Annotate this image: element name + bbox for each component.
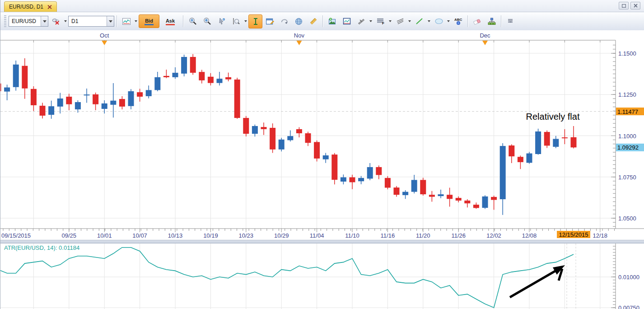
pitchfork-chevron-icon[interactable] xyxy=(369,15,373,28)
fibonacci-chevron-icon[interactable] xyxy=(388,15,392,28)
ellipse-chevron-icon[interactable] xyxy=(446,15,451,28)
candle-11/18 xyxy=(402,190,408,199)
pitchfork-button[interactable] xyxy=(354,14,368,28)
zoom-in-button[interactable] xyxy=(186,14,200,28)
candle-09/15 xyxy=(0,81,1,93)
main-price-chart[interactable]: OctNovDec09/15/201509/2510/0110/0710/131… xyxy=(0,30,644,240)
zoom-range-chevron-icon[interactable] xyxy=(243,15,248,28)
price-label: 1.0500 xyxy=(618,215,636,222)
zoom-range-button[interactable] xyxy=(229,14,243,28)
candle-09/17 xyxy=(13,61,19,91)
chart-window-icon xyxy=(343,18,351,25)
candle-12/07 xyxy=(518,155,523,169)
gann-fan-chevron-icon[interactable] xyxy=(407,15,412,28)
refresh-view-button[interactable] xyxy=(277,14,291,28)
chart-area: OctNovDec09/15/201509/2510/0110/0710/131… xyxy=(0,30,644,309)
candle-09/24 xyxy=(57,93,63,114)
unlink-button[interactable] xyxy=(49,14,63,28)
edit-window-button[interactable] xyxy=(263,14,277,28)
toolbar-separator xyxy=(467,15,468,27)
list-button[interactable] xyxy=(504,14,518,28)
candle-11/27 xyxy=(464,199,470,207)
candle-09/21 xyxy=(31,86,37,111)
fibonacci-button[interactable]: F xyxy=(373,14,387,28)
trendline-chevron-icon[interactable] xyxy=(427,15,431,28)
bid-label: Bid xyxy=(145,18,153,23)
gann-fan-button[interactable] xyxy=(393,14,407,28)
maximize-button[interactable] xyxy=(619,2,629,9)
candle-09/29 xyxy=(84,89,90,103)
pointer-button[interactable] xyxy=(215,14,229,28)
panel-splitter[interactable] xyxy=(0,240,644,243)
candle-10/27 xyxy=(261,122,267,135)
ellipse-button[interactable] xyxy=(432,14,446,28)
eraser-icon xyxy=(473,18,481,25)
text-tool-button[interactable]: ABC xyxy=(451,14,465,28)
atr-indicator-panel[interactable]: 0.010000.00750 xyxy=(0,243,644,309)
date-label: 11/16 xyxy=(381,232,395,239)
toolbar-separator xyxy=(117,15,117,27)
candle-11/24 xyxy=(438,190,444,198)
atr-axis-label: 0.00750 xyxy=(618,304,639,309)
tab-close-icon[interactable] xyxy=(47,5,52,9)
chevron-down-icon[interactable] xyxy=(107,16,114,26)
zoom-in-icon xyxy=(189,18,197,25)
ask-underline xyxy=(166,24,175,25)
candle-09/23 xyxy=(48,101,54,119)
chart-tab[interactable]: EUR/USD, D1 xyxy=(4,1,57,12)
candle-11/04 xyxy=(314,140,320,162)
chart-type-button[interactable] xyxy=(119,14,133,28)
flat-text-annotation[interactable]: Relatively flat xyxy=(526,112,580,122)
bid-button[interactable]: Bid xyxy=(139,14,159,28)
candle-10/14 xyxy=(181,55,187,76)
candle-12/10 xyxy=(544,131,550,148)
hierarchy-button[interactable] xyxy=(485,14,499,28)
eraser-button[interactable] xyxy=(470,14,484,28)
globe-icon xyxy=(295,18,303,25)
symbol-combobox[interactable]: EUR/USD xyxy=(9,16,48,27)
maximize-icon xyxy=(622,4,626,8)
date-label: 09/15/2015 xyxy=(1,232,31,239)
arrow-annotation[interactable] xyxy=(510,265,565,297)
date-label: 11/20 xyxy=(416,232,430,239)
trading-station-window: EUR/USD, D1 EUR/USD D1 xyxy=(0,0,644,309)
chart-window-button[interactable] xyxy=(340,14,354,28)
candle-10/06 xyxy=(128,89,134,109)
month-label: Oct xyxy=(100,32,109,39)
atr-axis-label: 0.01000 xyxy=(618,274,639,281)
candle-10/20 xyxy=(217,72,223,85)
hierarchy-icon xyxy=(488,18,496,25)
candle-10/28 xyxy=(270,123,275,153)
close-button[interactable] xyxy=(630,2,640,9)
list-icon xyxy=(507,18,514,24)
symbol-value: EUR/USD xyxy=(9,18,41,24)
price-label: 1.1500 xyxy=(618,50,636,57)
candle-10/19 xyxy=(208,73,214,85)
svg-text:ABC: ABC xyxy=(454,18,462,22)
ruler-button[interactable] xyxy=(306,14,320,28)
add-image-button[interactable] xyxy=(325,14,339,28)
price-label: 1.1250 xyxy=(618,91,636,98)
candle-12/09 xyxy=(535,129,541,155)
candle-12/03 xyxy=(500,143,506,215)
candle-11/05 xyxy=(323,153,329,163)
candle-12/02 xyxy=(491,196,497,210)
ask-button[interactable]: Ask xyxy=(160,14,181,28)
refresh-view-icon xyxy=(280,18,288,25)
toolbar-grip[interactable] xyxy=(4,15,6,27)
globe-button[interactable] xyxy=(292,14,306,28)
timeframe-combobox[interactable]: D1 xyxy=(68,16,114,27)
crosshair-cursor-button[interactable] xyxy=(248,14,262,28)
text-tool-icon: ABC xyxy=(454,17,463,25)
current-date-label: 12/15/2015 xyxy=(559,231,588,238)
candle-11/13 xyxy=(376,165,382,179)
trendline-button[interactable] xyxy=(412,14,426,28)
unlink-chevron-icon[interactable] xyxy=(63,15,68,28)
chevron-down-icon[interactable] xyxy=(41,16,48,26)
candle-09/16 xyxy=(4,84,10,100)
zoom-out-button[interactable] xyxy=(200,14,214,28)
chart-tab-bar: EUR/USD, D1 xyxy=(0,0,644,12)
chart-type-chevron-icon[interactable] xyxy=(134,15,138,28)
candle-11/11 xyxy=(358,176,364,184)
candle-09/18 xyxy=(22,58,28,99)
